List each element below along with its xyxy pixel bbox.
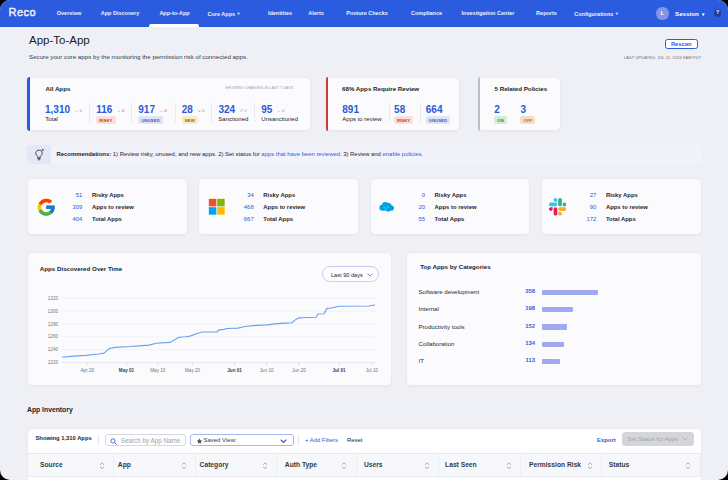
svg-text:1240: 1240 (48, 347, 59, 352)
svg-text:May 20: May 20 (185, 367, 201, 372)
svg-text:May 01: May 01 (119, 367, 135, 372)
svg-text:1280: 1280 (48, 321, 59, 326)
svg-text:May 10: May 10 (150, 367, 166, 372)
svg-text:Jul 01: Jul 01 (332, 367, 345, 372)
svg-text:1220: 1220 (48, 360, 59, 365)
svg-text:Jul 10: Jul 10 (366, 367, 379, 372)
svg-text:1260: 1260 (48, 334, 59, 339)
svg-text:Jun 01: Jun 01 (227, 367, 242, 372)
svg-text:1300: 1300 (48, 308, 59, 313)
svg-text:Jun 10: Jun 10 (260, 367, 274, 372)
svg-text:Apr 20: Apr 20 (81, 367, 95, 372)
svg-text:Jun 20: Jun 20 (292, 367, 306, 372)
svg-text:1320: 1320 (48, 295, 59, 300)
